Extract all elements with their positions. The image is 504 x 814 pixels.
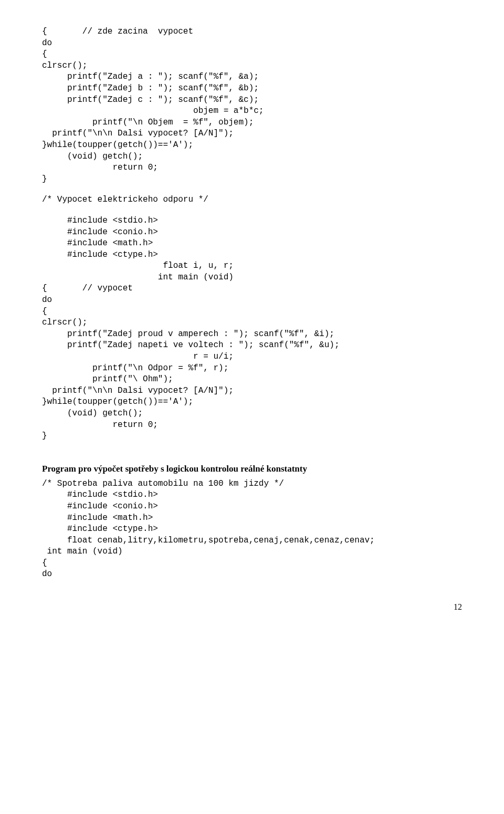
code-block-2: #include <stdio.h> #include <conio.h> #i… (42, 215, 462, 442)
code-block-1: { // zde zacina vypocet do { clrscr(); p… (42, 26, 462, 185)
page-number: 12 (42, 601, 462, 613)
code-comment-1: /* Vypocet elektrickeho odporu */ (42, 194, 462, 206)
section-heading: Program pro výpočet spotřeby s logickou … (42, 463, 462, 475)
code-block-3: /* Spotreba paliva automobilu na 100 km … (42, 478, 462, 580)
